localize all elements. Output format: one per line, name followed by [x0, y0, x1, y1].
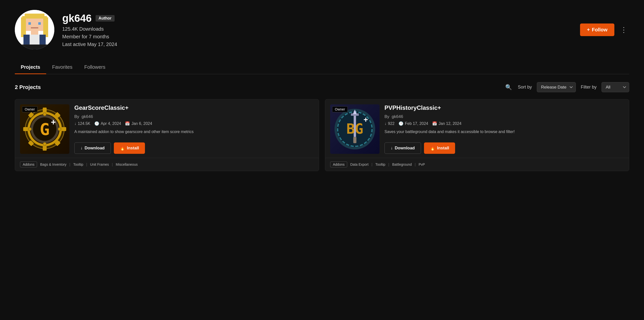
download-arrow-icon-pvp: ↓	[391, 146, 393, 150]
sep6: |	[415, 163, 416, 167]
last-active: Last active May 17, 2024	[62, 42, 117, 47]
project-author-gearscore: By gk646	[74, 114, 314, 119]
download-button-pvphistory[interactable]: ↓ Download	[384, 142, 421, 154]
install-button-pvphistory[interactable]: 🔥 Install	[424, 142, 455, 154]
svg-rect-19	[62, 127, 66, 131]
svg-point-31	[43, 142, 46, 146]
username: gk646	[62, 12, 92, 24]
card-footer-pvphistory: Addons Data Export | Tooltip | Battlegro…	[325, 158, 629, 171]
tab-followers[interactable]: Followers	[78, 61, 111, 74]
card-info-pvphistory: PVPHistoryClassic+ By gk646 ↓ 922 🕐 Feb …	[380, 104, 624, 154]
owner-badge-gearscore: Owner	[22, 106, 38, 112]
svg-rect-6	[28, 22, 31, 25]
install-label: Install	[127, 146, 139, 150]
category-badge-pvphistory: Addons	[330, 162, 347, 168]
svg-rect-40	[353, 137, 356, 143]
download-arrow-icon: ↓	[80, 146, 83, 150]
project-thumbnail-gearscore: Owner	[20, 104, 70, 154]
svg-rect-11	[31, 31, 38, 35]
download-button-gearscore[interactable]: ↓ Download	[74, 142, 111, 154]
tag-battleground: Battleground	[392, 163, 412, 167]
download-icon-pvp: ↓	[384, 121, 386, 126]
project-card-gearscore: Owner	[15, 99, 319, 171]
download-icon: ↓	[74, 121, 76, 126]
created-date-pvphistory: 📅 Jan 12, 2024	[432, 121, 462, 126]
card-stats-gearscore: ↓ 124.5K 🕐 Apr 4, 2024 📅 Jan 6, 2024	[74, 121, 314, 126]
updated-text-pvp: Feb 17, 2024	[405, 121, 428, 126]
download-number-pvp: 922	[388, 121, 394, 126]
project-title-gearscore: GearScoreClassic+	[74, 104, 314, 111]
project-author-pvphistory: By gk646	[384, 114, 624, 119]
member-for: Member for 7 months	[62, 34, 117, 40]
search-button[interactable]: 🔍	[504, 83, 513, 91]
calendar-icon: 📅	[125, 121, 130, 126]
sort-select[interactable]: Release Date Name Downloads Last Updated	[537, 82, 576, 92]
sep4: |	[372, 163, 372, 167]
owner-badge-pvphistory: Owner	[332, 106, 348, 112]
svg-rect-8	[31, 27, 38, 29]
svg-rect-7	[38, 22, 41, 25]
sep1: |	[70, 163, 70, 167]
tag-tooltip: Tooltip	[73, 163, 83, 167]
download-count-gearscore: ↓ 124.5K	[74, 121, 90, 126]
search-icon: 🔍	[505, 84, 512, 90]
downloads-stat: 125.4K Downloads	[62, 26, 117, 32]
project-thumbnail-pvphistory: Owner BG	[330, 104, 380, 154]
card-top-gearscore: Owner	[15, 99, 319, 158]
project-card-pvphistory: Owner BG	[325, 99, 629, 171]
more-icon: ⋮	[620, 26, 627, 34]
sep3: |	[112, 163, 113, 167]
updated-date-gearscore: 🕐 Apr 4, 2024	[94, 121, 121, 126]
svg-point-30	[43, 113, 46, 116]
profile-name-row: gk646 Author	[62, 12, 117, 24]
created-text-pvp: Jan 12, 2024	[438, 121, 462, 126]
install-flame-icon: 🔥	[120, 146, 125, 151]
clock-icon-pvp: 🕐	[398, 121, 404, 126]
tag-bags: Bags & Inventory	[40, 163, 66, 167]
tab-projects[interactable]: Projects	[15, 61, 46, 74]
svg-point-32	[28, 128, 32, 131]
tag-tooltip-pvp: Tooltip	[375, 163, 385, 167]
projects-grid: Owner	[15, 99, 629, 171]
install-button-gearscore[interactable]: 🔥 Install	[114, 142, 145, 154]
project-description-pvphistory: Saves your battleground data and makes i…	[384, 129, 624, 138]
svg-text:+: +	[51, 117, 56, 127]
svg-rect-14	[15, 45, 54, 50]
svg-rect-18	[23, 127, 28, 131]
project-description-gearscore: A maintained addon to show gearscore and…	[74, 129, 314, 138]
projects-count: 2 Projects	[15, 84, 41, 90]
sep5: |	[388, 163, 390, 167]
download-count-pvphistory: ↓ 922	[384, 121, 394, 126]
created-text: Jan 6, 2024	[131, 121, 152, 126]
svg-rect-17	[43, 146, 47, 150]
tag-unit-frames: Unit Frames	[90, 163, 109, 167]
avatar	[15, 10, 54, 50]
projects-controls: 🔍 Sort by Release Date Name Downloads La…	[504, 82, 629, 92]
install-flame-icon-pvp: 🔥	[430, 146, 435, 151]
follow-button[interactable]: + Follow	[580, 24, 614, 36]
svg-text:BG: BG	[346, 121, 364, 137]
svg-text:+: +	[364, 115, 368, 124]
card-top-pvphistory: Owner BG	[325, 99, 629, 158]
tag-pvp: PvP	[418, 163, 425, 167]
tag-data-export: Data Export	[350, 163, 368, 167]
sep2: |	[86, 163, 87, 167]
tab-favorites[interactable]: Favorites	[46, 61, 78, 74]
more-options-button[interactable]: ⋮	[618, 24, 629, 36]
download-number: 124.5K	[78, 121, 90, 126]
svg-rect-16	[43, 108, 47, 112]
follow-plus-icon: +	[587, 27, 590, 33]
profile-header: gk646 Author 125.4K Downloads Member for…	[15, 10, 629, 50]
download-label: Download	[85, 146, 105, 150]
card-info-gearscore: GearScoreClassic+ By gk646 ↓ 124.5K 🕐 Ap…	[70, 104, 314, 154]
profile-info: gk646 Author 125.4K Downloads Member for…	[62, 12, 117, 47]
svg-point-33	[58, 128, 61, 131]
svg-text:G: G	[40, 120, 50, 139]
calendar-icon-pvp: 📅	[432, 121, 437, 126]
project-title-pvphistory: PVPHistoryClassic+	[384, 104, 624, 111]
clock-icon: 🕐	[94, 121, 99, 126]
filter-select[interactable]: All Addons Mods Plugins	[602, 82, 629, 92]
card-actions-gearscore: ↓ Download 🔥 Install	[74, 142, 314, 154]
card-footer-gearscore: Addons Bags & Inventory | Tooltip | Unit…	[15, 158, 319, 171]
card-stats-pvphistory: ↓ 922 🕐 Feb 17, 2024 📅 Jan 12, 2024	[384, 121, 624, 126]
